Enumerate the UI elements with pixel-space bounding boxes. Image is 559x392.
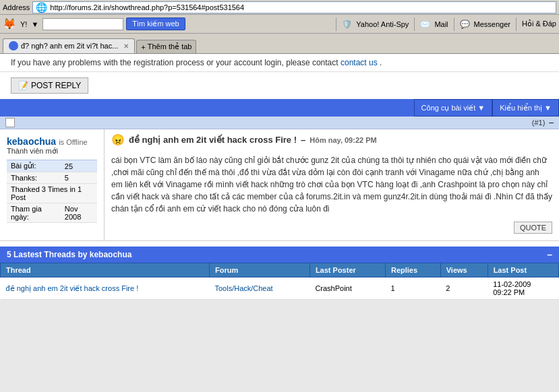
forum-link[interactable]: Tools/Hack/Cheat bbox=[214, 284, 272, 292]
col-last-post: Last Post bbox=[488, 263, 558, 277]
threads-header-row: Thread Forum Last Poster Replies Views L… bbox=[1, 263, 559, 277]
username[interactable]: kebaochua bbox=[7, 136, 56, 147]
separator2 bbox=[414, 18, 415, 31]
search-button[interactable]: Tìm kiếm web bbox=[126, 18, 185, 30]
search-input[interactable] bbox=[42, 18, 123, 30]
mail-icon: ✉️ bbox=[420, 20, 430, 29]
thread-link[interactable]: đề nghị anh em 2it viết hack cross Fire … bbox=[6, 284, 139, 292]
separator3 bbox=[454, 18, 454, 31]
col-replies: Replies bbox=[385, 263, 440, 277]
stat-join-label: Tham gia ngày: bbox=[7, 203, 61, 223]
stats-row: Tham gia ngày: Nov 2008 bbox=[7, 203, 97, 223]
new-tab-label: Thêm thẻ tab bbox=[148, 42, 192, 51]
post-text: cái bọn VTC làm ăn bố láo này cũng chỉ g… bbox=[111, 150, 552, 219]
stat-join-value: Nov 2008 bbox=[61, 203, 97, 223]
yahoo-icon: Y! bbox=[20, 20, 27, 28]
threads-body: đề nghị anh em 2it viết hack cross Fire … bbox=[1, 277, 559, 300]
threads-thead: Thread Forum Last Poster Replies Views L… bbox=[1, 263, 559, 277]
stats-row: Thanks: 5 bbox=[7, 172, 97, 184]
post-sidebar: kebaochua is Offline Thành viên mới Bài … bbox=[0, 129, 105, 240]
firefox-icon: 🦊 bbox=[3, 18, 16, 30]
yahoo-antispry-icon: 🛡️ bbox=[342, 20, 352, 29]
mail-label: Mail bbox=[434, 20, 448, 28]
stats-row: Bài gửi: 25 bbox=[7, 160, 97, 172]
tab-main[interactable]: đ? ngh? anh em 2it vi?t hac... ✕ bbox=[3, 38, 135, 53]
stat-thanks-label: Thanks: bbox=[7, 172, 61, 184]
view-button[interactable]: Kiểu hiển thị ▼ bbox=[492, 99, 559, 117]
col-last-poster: Last Poster bbox=[310, 263, 385, 277]
col-forum: Forum bbox=[209, 263, 310, 277]
stat-bai-gui-label: Bài gửi: bbox=[7, 160, 61, 172]
menu-icon: ▼ bbox=[31, 20, 38, 28]
stats-row: Thanked 3 Times in 1 Post bbox=[7, 184, 97, 203]
thread-header: Công cụ bài viết ▼ Kiểu hiển thị ▼ bbox=[0, 99, 559, 117]
tab-bar: đ? ngh? anh em 2it vi?t hac... ✕ + Thêm … bbox=[0, 34, 559, 54]
table-cell: Tools/Hack/Cheat bbox=[209, 277, 310, 300]
tab-label: đ? ngh? anh em 2it vi?t hac... bbox=[21, 42, 118, 50]
post-smiley: 😠 bbox=[111, 133, 125, 146]
col-views: Views bbox=[440, 263, 488, 277]
table-row: đề nghị anh em 2it viết hack cross Fire … bbox=[1, 277, 559, 300]
tools-button[interactable]: Công cụ bài viết ▼ bbox=[414, 99, 493, 117]
messenger-label: Messenger bbox=[474, 20, 510, 28]
address-input[interactable]: 🌐 http://forums.2it.in/showthread.php?p=… bbox=[32, 1, 556, 13]
table-cell: CrashPoint bbox=[310, 277, 385, 300]
quote-btn-area: QUOTE bbox=[111, 219, 552, 236]
tab-close[interactable]: ✕ bbox=[123, 42, 129, 50]
page-content: If you have any problems with the regist… bbox=[0, 54, 559, 300]
threads-table: Thread Forum Last Poster Replies Views L… bbox=[0, 263, 559, 300]
new-tab-button[interactable]: + Thêm thẻ tab bbox=[136, 40, 196, 53]
contact-us-link[interactable]: contact us bbox=[341, 58, 378, 67]
separator bbox=[336, 18, 336, 31]
address-label: Address bbox=[3, 3, 30, 11]
table-cell: 2 bbox=[440, 277, 488, 300]
yahoo-antispry-label: Yahoo! Anti-Spy bbox=[356, 20, 409, 28]
post-content: 😠 đề nghị anh em 2it viết hack cross Fir… bbox=[105, 129, 559, 240]
notice-text2: . bbox=[380, 58, 382, 67]
new-tab-icon: + bbox=[141, 43, 145, 51]
reply-icon: 📝 bbox=[18, 81, 28, 90]
stat-bai-gui-value: 25 bbox=[61, 160, 97, 172]
notice-bar: If you have any problems with the regist… bbox=[0, 54, 559, 72]
table-cell: đề nghị anh em 2it viết hack cross Fire … bbox=[1, 277, 210, 300]
post-reply-area: 📝 POST REPLY bbox=[0, 72, 559, 99]
stat-thanks-value: 5 bbox=[61, 172, 97, 184]
post-container: kebaochua is Offline Thành viên mới Bài … bbox=[0, 129, 559, 241]
nav-icon: – bbox=[549, 118, 554, 127]
separator4 bbox=[516, 18, 517, 31]
user-rank: Thành viên mới bbox=[7, 147, 97, 156]
notice-text1: If you have any problems with the regist… bbox=[11, 58, 339, 67]
quote-button[interactable]: QUOTE bbox=[514, 222, 552, 234]
stats-table: Bài gửi: 25 Thanks: 5 Thanked 3 Times in… bbox=[7, 160, 97, 223]
thread-spacer bbox=[0, 99, 414, 117]
table-cell: 11-02-200909:22 PM bbox=[488, 277, 558, 300]
post-number: (#1) bbox=[532, 119, 546, 127]
user-status: is Offline bbox=[59, 138, 88, 146]
address-bar: Address 🌐 http://forums.2it.in/showthrea… bbox=[0, 0, 559, 15]
post-date: Hôm nay, 09:22 PM bbox=[310, 136, 376, 144]
post-checkbox[interactable] bbox=[5, 118, 15, 127]
collapse-button[interactable]: – bbox=[547, 249, 552, 260]
table-cell: 1 bbox=[385, 277, 440, 300]
hoidap-label: Hỏi & Đáp bbox=[522, 20, 556, 28]
post-title: 😠 đề nghị anh em 2it viết hack cross Fir… bbox=[111, 133, 552, 146]
toolbar: 🦊 Y! ▼ Tìm kiếm web 🛡️ Yahoo! Anti-Spy ✉… bbox=[0, 15, 559, 34]
post-separator: – bbox=[301, 135, 305, 145]
latest-threads-header: 5 Lastest Threads by kebaochua – bbox=[0, 247, 559, 263]
post-reply-button[interactable]: 📝 POST REPLY bbox=[11, 77, 88, 94]
post-title-text: đề nghị anh em 2it viết hack cross Fire … bbox=[129, 135, 297, 145]
messenger-icon: 💬 bbox=[460, 20, 470, 29]
post-reply-label: POST REPLY bbox=[31, 81, 81, 90]
latest-threads: 5 Lastest Threads by kebaochua – Thread … bbox=[0, 247, 559, 300]
url-text: http://forums.2it.in/showthread.php?p=53… bbox=[50, 3, 244, 11]
latest-threads-title: 5 Lastest Threads by kebaochua bbox=[7, 250, 131, 259]
page-icon: 🌐 bbox=[36, 2, 47, 13]
col-thread: Thread bbox=[1, 263, 210, 277]
tab-icon bbox=[9, 41, 18, 51]
stat-thanked: Thanked 3 Times in 1 Post bbox=[7, 184, 97, 203]
post-num-bar: (#1) – bbox=[0, 117, 559, 129]
